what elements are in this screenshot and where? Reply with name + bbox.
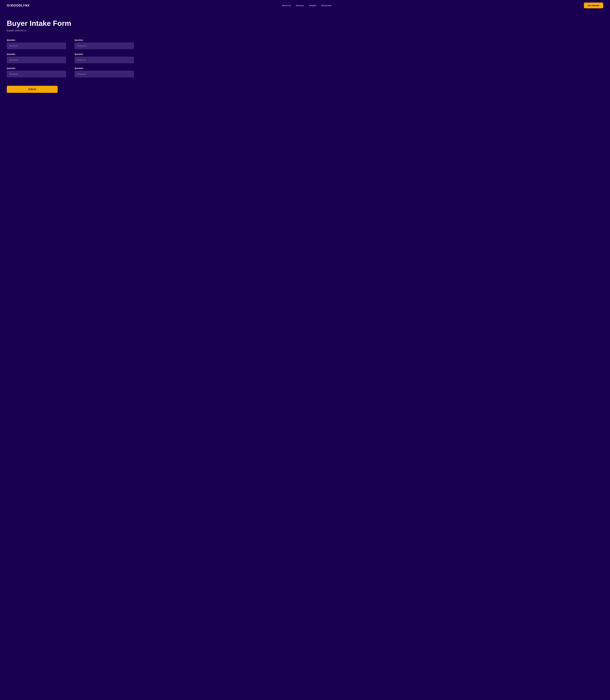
get-started-button[interactable]: Get Started	[584, 2, 603, 8]
form-group-5: Question	[7, 67, 66, 77]
form-group-1: Question	[7, 39, 66, 49]
form-label-1: Question	[7, 39, 66, 41]
page-subtitle: Explain what this is	[7, 29, 603, 32]
form-input-3[interactable]	[7, 57, 66, 63]
form-group-4: Question	[75, 53, 134, 63]
form-right-col: Question Question Question	[75, 39, 134, 81]
form-group-6: Question	[75, 67, 134, 77]
form-label-5: Question	[7, 67, 66, 69]
nav-link-resources[interactable]: Resources	[321, 4, 332, 6]
logo-text: G	[7, 4, 9, 7]
form-left-col: Question Question Question	[7, 39, 66, 81]
nav-item-resources[interactable]: Resources	[321, 4, 332, 7]
form-input-2[interactable]	[75, 43, 134, 49]
nav-link-insights[interactable]: Insights	[309, 4, 316, 6]
page-title: Buyer Intake Form	[7, 19, 603, 27]
form-input-4[interactable]	[75, 57, 134, 63]
logo-text-rest: GOODLYNX	[11, 4, 30, 7]
nav-item-insights[interactable]: Insights	[309, 4, 316, 7]
form-label-3: Question	[7, 53, 66, 55]
nav-item-about[interactable]: About Us	[282, 4, 291, 7]
submit-row: Submit	[7, 86, 603, 93]
form-grid: Question Question Question Question	[7, 39, 134, 81]
main-section: Buyer Intake Form Explain what this is Q…	[0, 11, 610, 700]
form-input-5[interactable]	[7, 71, 66, 77]
nav-item-services[interactable]: Services	[296, 4, 304, 7]
logo: GGOODLYNX	[7, 4, 30, 7]
form-label-2: Question	[75, 39, 134, 41]
nav-link-services[interactable]: Services	[296, 4, 304, 6]
form-label-4: Question	[75, 53, 134, 55]
intake-form: Question Question Question Question	[7, 39, 603, 93]
form-group-3: Question	[7, 53, 66, 63]
submit-button[interactable]: Submit	[7, 86, 58, 93]
form-input-1[interactable]	[7, 43, 66, 49]
nav-link-about[interactable]: About Us	[282, 4, 291, 6]
form-label-6: Question	[75, 67, 134, 69]
navbar: GGOODLYNX About Us Services Insights Res…	[0, 0, 610, 11]
form-input-6[interactable]	[75, 71, 134, 77]
form-group-2: Question	[75, 39, 134, 49]
logo-circle-icon	[9, 4, 11, 6]
nav-links: About Us Services Insights Resources	[282, 4, 332, 7]
